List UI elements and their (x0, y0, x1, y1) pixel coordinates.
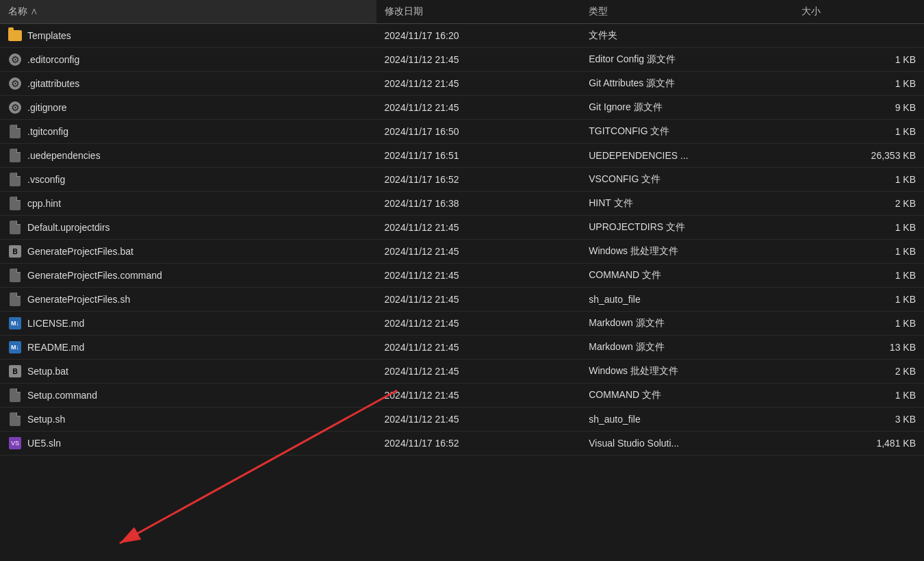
file-date: 2024/11/17 16:20 (376, 24, 581, 48)
file-name-cell[interactable]: .vsconfig (0, 168, 376, 192)
table-row[interactable]: Setup.sh 2024/11/12 21:45 sh_auto_file 3… (0, 408, 924, 432)
table-row[interactable]: B Setup.bat 2024/11/12 21:45 Windows 批处理… (0, 360, 924, 384)
sln-icon: VS (8, 436, 22, 450)
file-name-cell[interactable]: Setup.command (0, 384, 376, 408)
table-row[interactable]: .uedependencies 2024/11/17 16:51 UEDEPEN… (0, 144, 924, 168)
col-header-type[interactable]: 类型 (580, 0, 793, 24)
file-type: VSCONFIG 文件 (580, 168, 793, 192)
file-name-cell[interactable]: .editorconfig (0, 48, 376, 72)
file-size: 1 KB (793, 264, 924, 288)
file-type: COMMAND 文件 (580, 264, 793, 288)
col-header-date[interactable]: 修改日期 (376, 0, 581, 24)
file-size: 2 KB (793, 192, 924, 216)
table-row[interactable]: VS UE5.sln 2024/11/17 16:52 Visual Studi… (0, 432, 924, 456)
col-header-size[interactable]: 大小 (793, 0, 924, 24)
file-name: .gitignore (27, 102, 67, 113)
file-type: Markdown 源文件 (580, 312, 793, 336)
file-name-cell[interactable]: B GenerateProjectFiles.bat (0, 240, 376, 264)
file-size: 1 KB (793, 240, 924, 264)
table-header: 名称 修改日期 类型 大小 (0, 0, 924, 24)
table-row[interactable]: .tgitconfig 2024/11/17 16:50 TGITCONFIG … (0, 120, 924, 144)
file-size: 1 KB (793, 120, 924, 144)
table-row[interactable]: .editorconfig 2024/11/12 21:45 Editor Co… (0, 48, 924, 72)
file-name-cell[interactable]: M↓ LICENSE.md (0, 312, 376, 336)
file-date: 2024/11/12 21:45 (376, 312, 581, 336)
file-size: 1 KB (793, 288, 924, 312)
file-date: 2024/11/17 16:50 (376, 120, 581, 144)
table-row[interactable]: Templates 2024/11/17 16:20 文件夹 (0, 24, 924, 48)
table-row[interactable]: .gitattributes 2024/11/12 21:45 Git Attr… (0, 72, 924, 96)
file-date: 2024/11/12 21:45 (376, 240, 581, 264)
file-date: 2024/11/17 16:51 (376, 144, 581, 168)
gear-icon (8, 77, 22, 90)
file-icon (8, 412, 22, 426)
file-type: Git Attributes 源文件 (580, 72, 793, 96)
file-date: 2024/11/12 21:45 (376, 336, 581, 360)
table-row[interactable]: GenerateProjectFiles.command 2024/11/12 … (0, 264, 924, 288)
file-name-cell[interactable]: M↓ README.md (0, 336, 376, 360)
table-row[interactable]: .vsconfig 2024/11/17 16:52 VSCONFIG 文件 1… (0, 168, 924, 192)
file-name-cell[interactable]: .gitignore (0, 96, 376, 120)
table-row[interactable]: GenerateProjectFiles.sh 2024/11/12 21:45… (0, 288, 924, 312)
file-name: LICENSE.md (27, 318, 84, 329)
file-name: .gitattributes (27, 78, 79, 89)
file-name: cpp.hint (27, 198, 61, 209)
file-size: 1 KB (793, 384, 924, 408)
file-date: 2024/11/17 16:38 (376, 192, 581, 216)
file-icon (8, 149, 22, 162)
table-row[interactable]: B GenerateProjectFiles.bat 2024/11/12 21… (0, 240, 924, 264)
file-name: GenerateProjectFiles.sh (27, 294, 130, 305)
file-type: UPROJECTDIRS 文件 (580, 216, 793, 240)
file-type: COMMAND 文件 (580, 384, 793, 408)
file-type: UEDEPENDENCIES ... (580, 144, 793, 168)
file-name: GenerateProjectFiles.command (27, 270, 162, 281)
file-type: sh_auto_file (580, 288, 793, 312)
file-name-cell[interactable]: VS UE5.sln (0, 432, 376, 456)
file-name: Templates (27, 30, 71, 41)
file-size (793, 24, 924, 48)
file-list-table: 名称 修改日期 类型 大小 Templates 2024/11/17 16:20… (0, 0, 924, 456)
bat-icon: B (8, 245, 22, 258)
file-date: 2024/11/12 21:45 (376, 288, 581, 312)
table-row[interactable]: M↓ README.md 2024/11/12 21:45 Markdown 源… (0, 336, 924, 360)
file-size: 1 KB (793, 168, 924, 192)
table-row[interactable]: Setup.command 2024/11/12 21:45 COMMAND 文… (0, 384, 924, 408)
file-name-cell[interactable]: GenerateProjectFiles.sh (0, 288, 376, 312)
file-name-cell[interactable]: Default.uprojectdirs (0, 216, 376, 240)
file-name: Setup.sh (27, 414, 65, 425)
file-name-cell[interactable]: .uedependencies (0, 144, 376, 168)
file-name: Setup.bat (27, 366, 68, 377)
file-date: 2024/11/12 21:45 (376, 408, 581, 432)
file-icon (8, 221, 22, 234)
file-type: Visual Studio Soluti... (580, 432, 793, 456)
file-name-cell[interactable]: Templates (0, 24, 376, 48)
file-name: .uedependencies (27, 150, 101, 161)
file-date: 2024/11/12 21:45 (376, 96, 581, 120)
file-name-cell[interactable]: Setup.sh (0, 408, 376, 432)
table-row[interactable]: cpp.hint 2024/11/17 16:38 HINT 文件 2 KB (0, 192, 924, 216)
col-header-name[interactable]: 名称 (0, 0, 376, 24)
file-name: Setup.command (27, 390, 97, 401)
file-size: 1 KB (793, 216, 924, 240)
file-size: 1 KB (793, 48, 924, 72)
bat-icon: B (8, 364, 22, 378)
file-icon (8, 173, 22, 186)
file-size: 9 KB (793, 96, 924, 120)
file-name-cell[interactable]: cpp.hint (0, 192, 376, 216)
gear-icon (8, 53, 22, 66)
file-name-cell[interactable]: B Setup.bat (0, 360, 376, 384)
md-icon: M↓ (8, 340, 22, 354)
table-row[interactable]: .gitignore 2024/11/12 21:45 Git Ignore 源… (0, 96, 924, 120)
file-name: .editorconfig (27, 54, 79, 65)
file-name-cell[interactable]: .tgitconfig (0, 120, 376, 144)
file-type: Windows 批处理文件 (580, 360, 793, 384)
table-row[interactable]: Default.uprojectdirs 2024/11/12 21:45 UP… (0, 216, 924, 240)
file-icon (8, 197, 22, 210)
file-name-cell[interactable]: .gitattributes (0, 72, 376, 96)
file-date: 2024/11/12 21:45 (376, 384, 581, 408)
file-icon (8, 388, 22, 402)
file-name: .vsconfig (27, 174, 65, 185)
file-name-cell[interactable]: GenerateProjectFiles.command (0, 264, 376, 288)
table-row[interactable]: M↓ LICENSE.md 2024/11/12 21:45 Markdown … (0, 312, 924, 336)
gear-icon (8, 101, 22, 114)
